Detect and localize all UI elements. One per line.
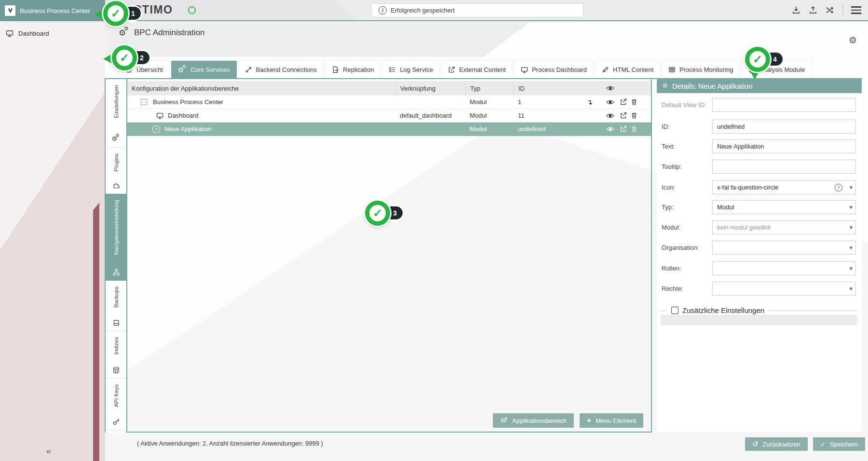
text-input[interactable] bbox=[712, 139, 856, 153]
sidebar-header: Business Process Center bbox=[0, 0, 105, 21]
modul-select[interactable] bbox=[712, 220, 856, 234]
vtab-backups[interactable]: Backups bbox=[106, 281, 126, 331]
table-row[interactable]: Dashboard default_dashboard Modul 11 bbox=[127, 109, 651, 122]
import-icon[interactable] bbox=[792, 6, 800, 14]
edit-icon[interactable] bbox=[620, 125, 627, 133]
trash-icon[interactable] bbox=[631, 98, 637, 106]
gears-icon bbox=[119, 28, 129, 38]
sidebar-item-dashboard[interactable]: Dashboard bbox=[0, 25, 105, 41]
tab-external-content[interactable]: External Content bbox=[441, 61, 513, 78]
sidebar-decoration bbox=[0, 21, 105, 461]
default-view-id-input[interactable] bbox=[712, 98, 856, 112]
id-input[interactable] bbox=[712, 120, 856, 134]
chevron-down-icon[interactable] bbox=[849, 265, 853, 272]
reset-button[interactable]: Zurücksetzen bbox=[745, 437, 808, 451]
home-icon bbox=[125, 66, 133, 73]
save-button[interactable]: Speichern bbox=[813, 437, 865, 451]
column-header-id: ID bbox=[514, 81, 579, 95]
archive-icon bbox=[112, 319, 120, 326]
field-organisation: Organisation: bbox=[662, 241, 856, 255]
edit-icon[interactable] bbox=[620, 112, 627, 119]
table-header-row: Konfiguration der Applikationsbereiche V… bbox=[127, 81, 651, 95]
tooltip-input[interactable] bbox=[712, 160, 856, 174]
help-icon[interactable]: ? bbox=[835, 184, 842, 191]
extra-settings-checkbox[interactable] bbox=[671, 307, 678, 314]
field-default-view-id: Default View ID: bbox=[662, 98, 856, 112]
key-icon bbox=[112, 418, 120, 425]
chevron-down-icon[interactable] bbox=[849, 203, 853, 211]
gears-icon bbox=[112, 135, 121, 143]
tab-process-dashboard[interactable]: Process Dashboard bbox=[514, 61, 594, 78]
trash-icon[interactable] bbox=[631, 112, 637, 119]
shuffle-icon[interactable] bbox=[826, 6, 834, 14]
field-modul: Modul: bbox=[662, 220, 856, 234]
tab-process-monitoring[interactable]: Process Monitoring bbox=[662, 61, 740, 78]
tab-backend-connections[interactable]: Backend Connections bbox=[238, 61, 324, 78]
column-header-type: Typ bbox=[465, 81, 514, 95]
vtab-einstellungen[interactable]: Einstellungen bbox=[106, 79, 126, 148]
settings-gear-icon[interactable]: ⚙ bbox=[849, 35, 857, 46]
vtab-api-keys[interactable]: API Keys bbox=[106, 379, 126, 430]
organisation-select[interactable] bbox=[712, 241, 856, 255]
monitor-icon bbox=[6, 29, 14, 37]
table-grid-icon bbox=[668, 66, 676, 73]
tab-html-content[interactable]: HTML Content bbox=[595, 61, 660, 78]
sidebar-title: Business Process Center bbox=[20, 7, 90, 14]
tab-analysis-module[interactable]: Analysis Module bbox=[741, 61, 812, 78]
toast-message: Erfolgreich gespeichert bbox=[391, 7, 455, 14]
chevron-down-icon[interactable] bbox=[849, 244, 853, 251]
gears-icon bbox=[178, 66, 187, 74]
table-row[interactable]: Business Process Center Modul 1 bbox=[127, 95, 651, 109]
vtab-plugins[interactable]: Plugins bbox=[106, 148, 126, 194]
undo-icon bbox=[752, 440, 759, 448]
trash-icon[interactable] bbox=[631, 125, 637, 133]
details-panel: Details: Neue Applikation Default View I… bbox=[657, 79, 862, 432]
field-rechte: Rechte: bbox=[662, 282, 856, 296]
chevron-down-icon[interactable] bbox=[849, 224, 853, 231]
chevron-down-icon[interactable] bbox=[849, 285, 853, 292]
extra-settings-bar bbox=[661, 315, 857, 325]
logo-status-ring bbox=[188, 6, 196, 14]
eye-icon[interactable] bbox=[606, 113, 614, 119]
export-icon[interactable] bbox=[809, 6, 817, 14]
extra-settings-label: Zusätzliche Einstellungen bbox=[682, 306, 764, 314]
pie-chart-icon bbox=[748, 66, 755, 73]
rechte-select[interactable] bbox=[712, 282, 856, 296]
tree-collapse-icon[interactable] bbox=[141, 99, 147, 105]
eye-icon[interactable] bbox=[606, 99, 614, 105]
add-applikationsbereich-button[interactable]: Applikationsbereich bbox=[493, 413, 574, 428]
move-into-icon[interactable] bbox=[579, 98, 600, 107]
topbar: VIRTIMO i Erfolgreich gespeichert bbox=[105, 0, 868, 21]
add-menu-element-button[interactable]: Menu Element bbox=[580, 413, 643, 428]
field-rollen: Rollen: bbox=[662, 261, 856, 275]
tab-core-services[interactable]: Core Services bbox=[171, 61, 237, 78]
eye-icon[interactable] bbox=[606, 126, 614, 132]
tabbar: Übersicht Core Services Backend Connecti… bbox=[119, 61, 812, 78]
edit-icon[interactable] bbox=[620, 98, 627, 106]
tab-uebersicht[interactable]: Übersicht bbox=[119, 61, 170, 78]
table-row-selected[interactable]: ? Neue Applikation Modul undefined bbox=[127, 122, 651, 136]
field-id: ID: bbox=[662, 120, 856, 134]
tab-replication[interactable]: Replication bbox=[325, 61, 380, 78]
row-label: Neue Applikation bbox=[164, 125, 212, 133]
details-header: Details: Neue Applikation bbox=[657, 79, 862, 93]
footer-actions: Zurücksetzen Speichern bbox=[745, 437, 865, 451]
chevron-down-icon[interactable] bbox=[849, 184, 853, 191]
field-text: Text: bbox=[662, 139, 856, 153]
page-title-text: BPC Administration bbox=[134, 28, 204, 38]
document-export-icon bbox=[332, 66, 339, 73]
field-typ: Typ: bbox=[662, 200, 856, 214]
check-icon bbox=[820, 440, 826, 448]
layers-plus-icon bbox=[500, 417, 508, 424]
typ-select[interactable] bbox=[712, 200, 856, 214]
tab-log-service[interactable]: Log Service bbox=[382, 61, 440, 78]
sidebar-collapse-button[interactable]: « bbox=[46, 447, 51, 456]
vtab-indizes[interactable]: Indizes bbox=[106, 331, 126, 379]
database-icon bbox=[112, 366, 120, 374]
rollen-select[interactable] bbox=[712, 261, 856, 275]
external-link-icon bbox=[448, 66, 455, 73]
header-diagonal-band bbox=[105, 22, 529, 57]
vtab-navigationseinstellung[interactable]: Navigationseinstellung bbox=[106, 194, 126, 281]
menu-icon[interactable] bbox=[851, 6, 861, 14]
field-tooltip: Tooltip: bbox=[662, 160, 856, 174]
